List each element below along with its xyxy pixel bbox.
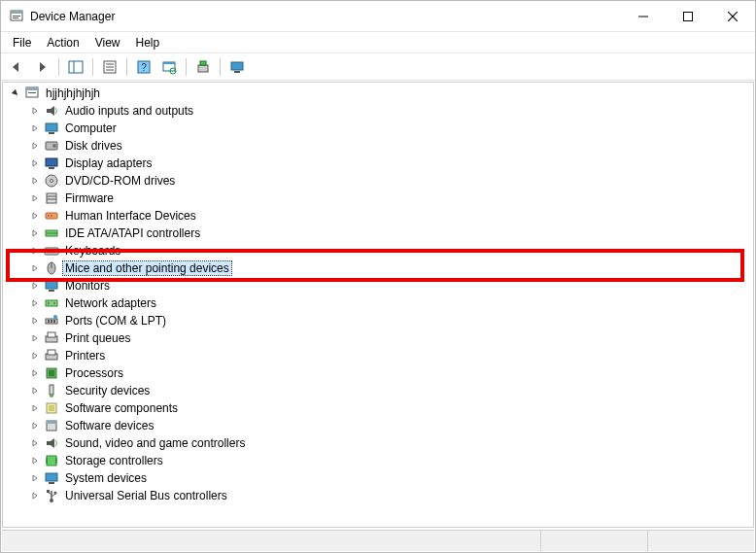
- tree-item-label: Printers: [63, 349, 107, 363]
- tree-item-sound[interactable]: Sound, video and game controllers: [28, 434, 753, 452]
- chevron-right-icon[interactable]: [28, 314, 42, 328]
- swdev-icon: [44, 418, 59, 433]
- tree-item-printer[interactable]: Printers: [28, 347, 753, 364]
- tree-item-computer[interactable]: Computer: [28, 120, 753, 137]
- chevron-right-icon[interactable]: [28, 366, 42, 380]
- mouse-icon: [44, 260, 59, 276]
- tree-item-display[interactable]: Display adapters: [28, 155, 753, 172]
- tree-item-storage[interactable]: Storage controllers: [28, 452, 753, 469]
- security-icon: [44, 383, 59, 398]
- chevron-right-icon[interactable]: [28, 226, 42, 240]
- tree-item-usb[interactable]: Universal Serial Bus controllers: [28, 487, 753, 504]
- properties-button[interactable]: [98, 56, 121, 78]
- ide-icon: [44, 225, 59, 241]
- tree-item-monitor[interactable]: Monitors: [28, 277, 753, 294]
- tree-item-security[interactable]: Security devices: [28, 382, 753, 399]
- audio-icon: [44, 103, 59, 119]
- chevron-down-icon[interactable]: [9, 86, 22, 100]
- chevron-right-icon[interactable]: [28, 279, 42, 293]
- show-hide-tree-button[interactable]: [64, 56, 87, 78]
- tree-item-keyboard[interactable]: Keyboards: [28, 242, 753, 259]
- menu-view[interactable]: View: [87, 34, 128, 52]
- chevron-right-icon[interactable]: [28, 121, 42, 135]
- svg-rect-22: [234, 71, 240, 73]
- svg-rect-69: [47, 421, 56, 424]
- chevron-right-icon[interactable]: [28, 104, 42, 118]
- chevron-right-icon[interactable]: [28, 331, 42, 345]
- chevron-right-icon[interactable]: [28, 349, 42, 363]
- printqueue-icon: [44, 330, 59, 346]
- tree-item-port[interactable]: Ports (COM & LPT): [28, 312, 753, 329]
- chevron-right-icon[interactable]: [28, 261, 42, 275]
- chevron-right-icon[interactable]: [28, 156, 42, 170]
- tree-item-label: Human Interface Devices: [63, 209, 198, 223]
- chevron-right-icon[interactable]: [28, 209, 42, 223]
- svg-rect-1: [11, 11, 22, 14]
- menu-file[interactable]: File: [5, 34, 39, 52]
- tree-item-ide[interactable]: IDE ATA/ATAPI controllers: [28, 225, 753, 242]
- svg-text:?: ?: [141, 62, 147, 73]
- chevron-right-icon[interactable]: [28, 296, 42, 310]
- svg-rect-59: [48, 332, 55, 337]
- forward-button[interactable]: [30, 56, 53, 78]
- chevron-right-icon[interactable]: [28, 191, 42, 205]
- chevron-right-icon[interactable]: [28, 174, 42, 188]
- uninstall-button[interactable]: [191, 56, 215, 78]
- chevron-right-icon[interactable]: [28, 384, 42, 397]
- tree-item-printqueue[interactable]: Print queues: [28, 329, 753, 347]
- tree-item-label: Universal Serial Bus controllers: [63, 489, 229, 502]
- chevron-right-icon[interactable]: [28, 139, 42, 153]
- monitor-button[interactable]: [225, 56, 249, 78]
- chevron-right-icon[interactable]: [28, 436, 42, 450]
- tree-item-system[interactable]: System devices: [28, 469, 753, 487]
- minimize-button[interactable]: [621, 1, 666, 32]
- svg-rect-5: [684, 12, 693, 20]
- tree-item-label: IDE ATA/ATAPI controllers: [63, 226, 202, 240]
- menu-help[interactable]: Help: [128, 34, 168, 52]
- svg-rect-21: [231, 62, 243, 70]
- chevron-right-icon[interactable]: [28, 419, 42, 432]
- tree-item-label: Monitors: [63, 279, 112, 293]
- svg-point-40: [51, 215, 52, 217]
- tree-item-label: Software devices: [63, 419, 155, 432]
- back-button[interactable]: [5, 56, 28, 78]
- chevron-right-icon[interactable]: [28, 489, 42, 502]
- help-button[interactable]: ?: [132, 56, 155, 78]
- tree-item-network[interactable]: Network adapters: [28, 294, 753, 312]
- chevron-right-icon[interactable]: [28, 454, 42, 467]
- tree-item-audio[interactable]: Audio inputs and outputs: [28, 102, 753, 120]
- tree-item-swdev[interactable]: Software devices: [28, 417, 753, 434]
- svg-rect-28: [49, 132, 54, 134]
- tree-item-cpu[interactable]: Processors: [28, 364, 753, 382]
- toolbar-separator: [58, 58, 59, 76]
- svg-rect-48: [46, 281, 57, 289]
- tree-item-firmware[interactable]: Firmware: [28, 190, 753, 207]
- svg-point-51: [48, 302, 50, 304]
- toolbar-separator: [220, 58, 221, 76]
- svg-rect-56: [53, 320, 55, 323]
- tree-item-disk[interactable]: Disk drives: [28, 137, 753, 155]
- scan-hardware-button[interactable]: [157, 56, 181, 78]
- menu-action[interactable]: Action: [39, 34, 86, 52]
- chevron-right-icon[interactable]: [28, 401, 42, 415]
- chevron-right-icon[interactable]: [28, 471, 42, 485]
- tree-item-label: Software components: [63, 401, 180, 415]
- close-button[interactable]: [710, 1, 755, 32]
- tree-view[interactable]: hjjhjhjhjhjh Audio inputs and outputsCom…: [2, 82, 754, 528]
- tree-item-label: Disk drives: [63, 139, 124, 153]
- svg-rect-67: [49, 405, 54, 411]
- tree-item-label: System devices: [63, 471, 149, 485]
- chevron-right-icon[interactable]: [28, 244, 42, 258]
- tree-item-mouse[interactable]: Mice and other pointing devices: [28, 259, 753, 277]
- tree-item-dvd[interactable]: DVD/CD-ROM drives: [28, 172, 753, 190]
- toolbar: ?: [1, 53, 755, 81]
- toolbar-separator: [186, 58, 187, 76]
- titlebar: Device Manager: [1, 1, 755, 32]
- tree-root-node[interactable]: hjjhjhjhjhjh: [9, 85, 753, 102]
- maximize-button[interactable]: [666, 1, 710, 32]
- svg-rect-54: [48, 320, 50, 323]
- tree-item-swcomp[interactable]: Software components: [28, 399, 753, 417]
- sound-icon: [44, 435, 59, 451]
- tree-item-hid[interactable]: Human Interface Devices: [28, 207, 753, 225]
- keyboard-icon: [44, 243, 59, 259]
